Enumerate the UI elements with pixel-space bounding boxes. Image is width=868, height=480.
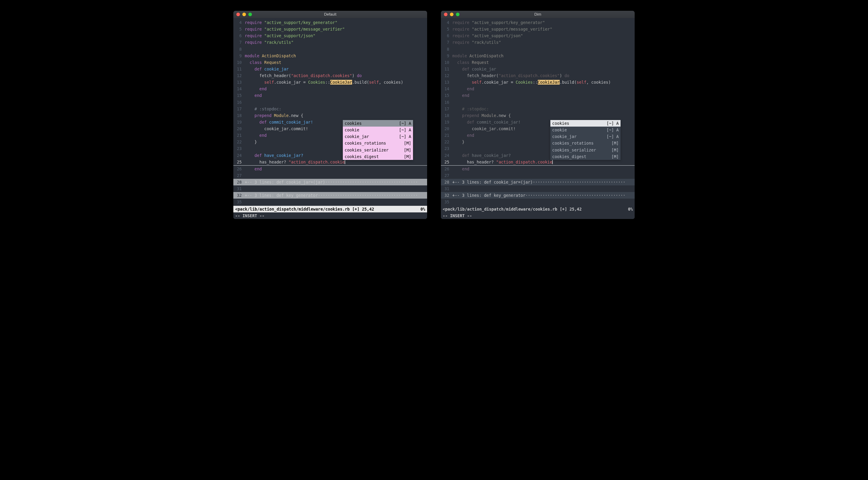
code-text[interactable]: end bbox=[245, 166, 427, 172]
code-line[interactable]: 9 module ActionDispatch bbox=[441, 53, 634, 59]
code-line[interactable]: 17 # :stopdoc: bbox=[441, 106, 634, 112]
code-line[interactable]: 16 bbox=[234, 99, 427, 106]
completion-item[interactable]: cookie [~] A bbox=[343, 127, 413, 133]
code-text[interactable]: # :stopdoc: bbox=[452, 106, 634, 112]
code-line[interactable]: 31 bbox=[234, 185, 427, 192]
code-text[interactable]: self.cookie_jar = Cookies::CookieJar.bui… bbox=[245, 79, 427, 86]
code-line[interactable]: 8 bbox=[234, 46, 427, 53]
fold-text[interactable]: +-- 3 lines: def cookie_jar=(jar)·······… bbox=[452, 179, 634, 185]
code-text[interactable]: prepend Module.new { bbox=[452, 112, 634, 119]
code-line[interactable]: 16 bbox=[441, 99, 634, 106]
code-line[interactable]: 13 self.cookie_jar = Cookies::CookieJar.… bbox=[234, 79, 427, 86]
code-line[interactable]: 10 class Request bbox=[441, 59, 634, 66]
completion-item[interactable]: cookie_jar [~] A bbox=[550, 133, 621, 140]
code-text[interactable]: require "rack/utils" bbox=[245, 39, 427, 46]
fold-line[interactable]: 32 +-- 3 lines: def key_generator·······… bbox=[234, 192, 427, 199]
code-line[interactable]: 18 prepend Module.new { bbox=[234, 112, 427, 119]
code-line[interactable]: 27 bbox=[441, 172, 634, 179]
completion-item[interactable]: cookies_rotations [M] bbox=[343, 140, 413, 146]
completion-item[interactable]: cookies_serializer [M] bbox=[550, 147, 621, 153]
code-line[interactable]: 35 bbox=[441, 199, 634, 205]
code-text[interactable]: require "active_support/key_generator" bbox=[452, 19, 634, 26]
fold-text[interactable]: +-- 3 lines: def key_generator··········… bbox=[245, 192, 427, 199]
code-line[interactable]: 10 class Request bbox=[234, 59, 427, 66]
editor-area[interactable]: 4 require "active_support/key_generator"… bbox=[234, 18, 427, 219]
code-text[interactable]: def cookie_jar bbox=[452, 66, 634, 72]
code-line[interactable]: 35 bbox=[234, 199, 427, 205]
completion-popup[interactable]: cookies [~] A cookie [~] A cookie_jar [~… bbox=[343, 120, 413, 160]
code-line[interactable]: 8 bbox=[441, 46, 634, 53]
code-line[interactable]: 4 require "active_support/key_generator" bbox=[441, 19, 634, 26]
code-text[interactable] bbox=[452, 185, 634, 192]
code-text[interactable] bbox=[245, 185, 427, 192]
code-text[interactable]: end bbox=[245, 86, 427, 92]
code-text[interactable] bbox=[245, 172, 427, 179]
code-text[interactable]: def cookie_jar bbox=[245, 66, 427, 72]
completion-item[interactable]: cookies [~] A bbox=[343, 120, 413, 127]
code-line[interactable]: 14 end bbox=[234, 86, 427, 92]
fold-text[interactable]: +-- 3 lines: def cookie_jar=(jar)·······… bbox=[245, 179, 427, 185]
code-text[interactable]: module ActionDispatch bbox=[452, 53, 634, 59]
code-line[interactable]: 18 prepend Module.new { bbox=[441, 112, 634, 119]
code-line[interactable]: 26 end bbox=[234, 166, 427, 172]
code-line[interactable]: 31 bbox=[441, 185, 634, 192]
fold-line[interactable]: 28 +-- 3 lines: def cookie_jar=(jar)····… bbox=[441, 179, 634, 185]
code-text[interactable]: end bbox=[452, 166, 634, 172]
code-text[interactable]: prepend Module.new { bbox=[245, 112, 427, 119]
code-text[interactable]: fetch_header("action_dispatch.cookies") … bbox=[452, 72, 634, 79]
code-line[interactable]: 15 end bbox=[234, 92, 427, 99]
fold-text[interactable]: +-- 3 lines: def key_generator··········… bbox=[452, 192, 634, 199]
completion-item[interactable]: cookies_digest [M] bbox=[343, 153, 413, 160]
code-line[interactable]: 12 fetch_header("action_dispatch.cookies… bbox=[441, 72, 634, 79]
completion-item[interactable]: cookies_serializer [M] bbox=[343, 147, 413, 153]
code-line[interactable]: 14 end bbox=[441, 86, 634, 92]
code-line[interactable]: 4 require "active_support/key_generator" bbox=[234, 19, 427, 26]
code-text[interactable]: fetch_header("action_dispatch.cookies") … bbox=[245, 72, 427, 79]
code-text[interactable]: class Request bbox=[245, 59, 427, 66]
code-line[interactable]: 5 require "active_support/message_verifi… bbox=[234, 26, 427, 32]
code-text[interactable] bbox=[452, 46, 634, 53]
code-text[interactable]: end bbox=[452, 92, 634, 99]
code-line[interactable]: 11 def cookie_jar bbox=[441, 66, 634, 72]
code-text[interactable] bbox=[245, 199, 427, 205]
completion-item[interactable]: cookie [~] A bbox=[550, 127, 621, 133]
code-text[interactable]: require "active_support/key_generator" bbox=[245, 19, 427, 26]
code-text[interactable]: require "active_support/message_verifier… bbox=[452, 26, 634, 32]
code-text[interactable]: require "rack/utils" bbox=[452, 39, 634, 46]
completion-popup[interactable]: cookies [~] A cookie [~] A cookie_jar [~… bbox=[550, 120, 621, 160]
code-line[interactable]: 7 require "rack/utils" bbox=[441, 39, 634, 46]
completion-item[interactable]: cookie_jar [~] A bbox=[343, 133, 413, 140]
completion-item[interactable]: cookies [~] A bbox=[550, 120, 621, 127]
editor-area[interactable]: 4 require "active_support/key_generator"… bbox=[441, 18, 634, 219]
code-line[interactable]: 13 self.cookie_jar = Cookies::CookieJar.… bbox=[441, 79, 634, 86]
fold-line[interactable]: 32 +-- 3 lines: def key_generator·······… bbox=[441, 192, 634, 199]
code-line[interactable]: 15 end bbox=[441, 92, 634, 99]
code-text[interactable]: end bbox=[245, 92, 427, 99]
completion-item[interactable]: cookies_digest [M] bbox=[550, 153, 621, 160]
code-text[interactable]: require "active_support/json" bbox=[245, 32, 427, 39]
code-text[interactable]: # :stopdoc: bbox=[245, 106, 427, 112]
code-line[interactable]: 11 def cookie_jar bbox=[234, 66, 427, 72]
code-text[interactable]: module ActionDispatch bbox=[245, 53, 427, 59]
code-text[interactable] bbox=[245, 46, 427, 53]
code-line[interactable]: 12 fetch_header("action_dispatch.cookies… bbox=[234, 72, 427, 79]
code-line[interactable]: 26 end bbox=[441, 166, 634, 172]
code-text[interactable]: end bbox=[452, 86, 634, 92]
code-line[interactable]: 6 require "active_support/json" bbox=[234, 32, 427, 39]
code-line[interactable]: 5 require "active_support/message_verifi… bbox=[441, 26, 634, 32]
code-line[interactable]: 27 bbox=[234, 172, 427, 179]
completion-item[interactable]: cookies_rotations [M] bbox=[550, 140, 621, 146]
code-text[interactable] bbox=[452, 99, 634, 106]
code-text[interactable]: require "active_support/message_verifier… bbox=[245, 26, 427, 32]
code-line[interactable]: 6 require "active_support/json" bbox=[441, 32, 634, 39]
code-line[interactable]: 9 module ActionDispatch bbox=[234, 53, 427, 59]
code-text[interactable] bbox=[452, 172, 634, 179]
code-line[interactable]: 7 require "rack/utils" bbox=[234, 39, 427, 46]
code-text[interactable]: require "active_support/json" bbox=[452, 32, 634, 39]
code-text[interactable] bbox=[245, 99, 427, 106]
code-text[interactable]: self.cookie_jar = Cookies::CookieJar.bui… bbox=[452, 79, 634, 86]
code-text[interactable] bbox=[452, 199, 634, 205]
fold-line[interactable]: 28 +-- 3 lines: def cookie_jar=(jar)····… bbox=[234, 179, 427, 185]
code-line[interactable]: 17 # :stopdoc: bbox=[234, 106, 427, 112]
code-text[interactable]: class Request bbox=[452, 59, 634, 66]
